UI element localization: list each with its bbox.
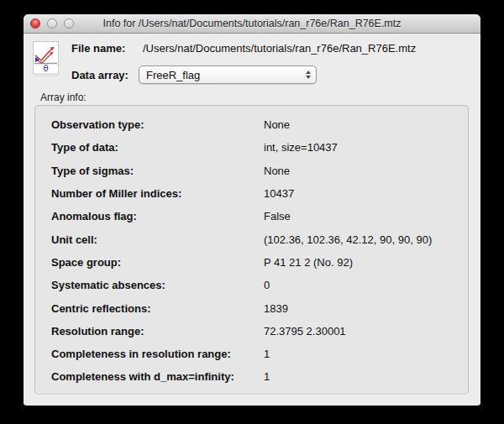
info-value: 10437 — [264, 187, 294, 200]
info-row-observation-type: Observation type: None — [51, 113, 468, 136]
window-content: θ File name: /Users/nat/Documents/tutori… — [24, 34, 480, 405]
file-name-label: File name: — [71, 42, 143, 55]
info-row-miller-indices: Number of Miller indices: 10437 — [51, 182, 468, 205]
array-info-box: Observation type: None Type of data: int… — [34, 105, 469, 395]
data-array-select[interactable]: FreeR_flag — [139, 65, 317, 84]
info-label: Type of sigmas: — [51, 165, 264, 177]
info-row-unit-cell: Unit cell: (102.36, 102.36, 42.12, 90, 9… — [51, 228, 468, 250]
info-value: int, size=10437 — [264, 141, 338, 154]
info-row-systematic-absences: Systematic absences: 0 — [51, 274, 468, 296]
info-value: 1839 — [264, 302, 288, 315]
info-row-resolution-range: Resolution range: 72.3795 2.30001 — [51, 320, 468, 343]
info-value: None — [264, 118, 290, 131]
info-row-type-of-sigmas: Type of sigmas: None — [51, 160, 468, 182]
info-value: None — [264, 165, 290, 177]
info-window: Info for /Users/nat/Documents/tutorials/… — [24, 14, 480, 406]
info-value: 1 — [264, 370, 270, 383]
data-array-row: Data array: FreeR_flag — [71, 65, 317, 85]
traffic-lights — [30, 14, 74, 33]
zoom-button[interactable] — [64, 18, 74, 29]
info-label: Type of data: — [51, 141, 264, 154]
info-label: Space group: — [51, 256, 264, 269]
info-label: Unit cell: — [51, 233, 264, 246]
data-array-selected-value: FreeR_flag — [146, 69, 302, 81]
info-label: Resolution range: — [51, 325, 264, 338]
file-name-value: /Users/nat/Documents/tutorials/ran_r76e/… — [143, 42, 416, 55]
svg-text:θ: θ — [44, 64, 49, 73]
info-row-completeness-dmax: Completeness with d_max=infinity: 1 — [51, 365, 468, 388]
info-label: Anomalous flag: — [51, 210, 264, 222]
info-value: 72.3795 2.30001 — [264, 325, 346, 338]
data-array-label: Data array: — [71, 69, 139, 81]
file-name-row: File name: /Users/nat/Documents/tutorial… — [71, 39, 416, 56]
info-value: (102.36, 102.36, 42.12, 90, 90, 90) — [264, 233, 432, 246]
window-title: Info for /Users/nat/Documents/tutorials/… — [102, 18, 401, 29]
titlebar[interactable]: Info for /Users/nat/Documents/tutorials/… — [24, 14, 480, 34]
info-value: False — [264, 210, 291, 222]
info-value: 0 — [264, 279, 270, 291]
info-value: P 41 21 2 (No. 92) — [264, 256, 353, 269]
popup-up-down-arrows-icon — [306, 71, 311, 79]
info-row-anomalous-flag: Anomalous flag: False — [51, 205, 468, 228]
info-label: Number of Miller indices: — [51, 187, 264, 200]
info-row-type-of-data: Type of data: int, size=10437 — [51, 136, 468, 159]
array-info-section-label: Array info: — [40, 92, 87, 103]
info-label: Systematic absences: — [51, 279, 264, 291]
info-label: Completeness in resolution range: — [51, 348, 264, 360]
mtz-file-icon: θ — [32, 40, 60, 79]
info-label: Observation type: — [51, 118, 264, 131]
info-row-centric-reflections: Centric reflections: 1839 — [51, 296, 468, 319]
close-button[interactable] — [30, 18, 40, 29]
minimize-button[interactable] — [47, 18, 57, 29]
info-row-space-group: Space group: P 41 21 2 (No. 92) — [51, 251, 468, 274]
info-row-completeness-resolution: Completeness in resolution range: 1 — [51, 343, 468, 365]
info-label: Centric reflections: — [51, 302, 264, 315]
info-value: 1 — [264, 348, 270, 360]
info-label: Completeness with d_max=infinity: — [51, 370, 264, 383]
